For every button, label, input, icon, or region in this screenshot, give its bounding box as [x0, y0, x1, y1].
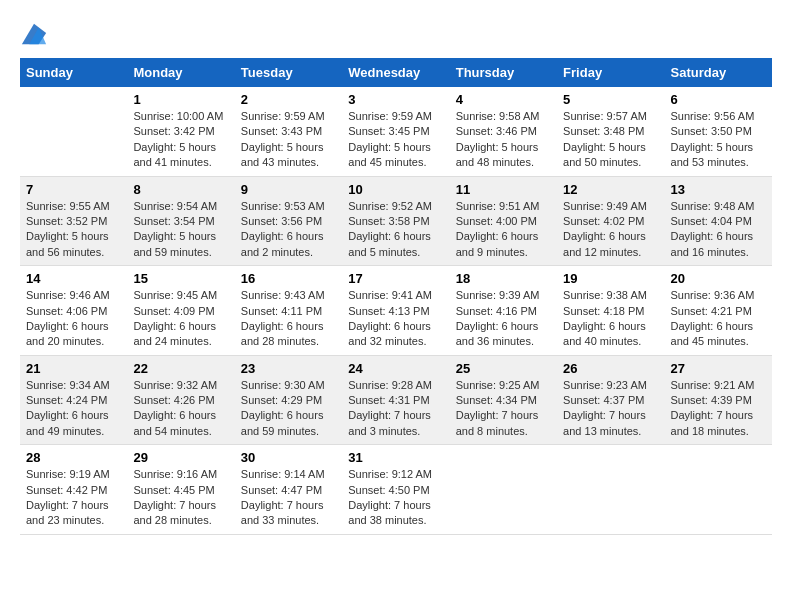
column-header-sunday: Sunday	[20, 58, 127, 87]
day-number: 20	[671, 271, 766, 286]
cell-info: Sunrise: 9:53 AMSunset: 3:56 PMDaylight:…	[241, 199, 336, 261]
calendar-cell	[20, 87, 127, 176]
calendar-cell: 25Sunrise: 9:25 AMSunset: 4:34 PMDayligh…	[450, 355, 557, 445]
cell-info: Sunrise: 9:41 AMSunset: 4:13 PMDaylight:…	[348, 288, 443, 350]
calendar-cell: 5Sunrise: 9:57 AMSunset: 3:48 PMDaylight…	[557, 87, 664, 176]
week-row: 14Sunrise: 9:46 AMSunset: 4:06 PMDayligh…	[20, 266, 772, 356]
day-number: 11	[456, 182, 551, 197]
calendar-header: SundayMondayTuesdayWednesdayThursdayFrid…	[20, 58, 772, 87]
calendar-cell: 7Sunrise: 9:55 AMSunset: 3:52 PMDaylight…	[20, 176, 127, 266]
week-row: 28Sunrise: 9:19 AMSunset: 4:42 PMDayligh…	[20, 445, 772, 535]
day-number: 21	[26, 361, 121, 376]
cell-info: Sunrise: 9:55 AMSunset: 3:52 PMDaylight:…	[26, 199, 121, 261]
cell-info: Sunrise: 9:39 AMSunset: 4:16 PMDaylight:…	[456, 288, 551, 350]
calendar-cell: 24Sunrise: 9:28 AMSunset: 4:31 PMDayligh…	[342, 355, 449, 445]
logo	[20, 20, 52, 48]
calendar-cell	[665, 445, 772, 535]
week-row: 7Sunrise: 9:55 AMSunset: 3:52 PMDaylight…	[20, 176, 772, 266]
page-header	[20, 20, 772, 48]
day-number: 25	[456, 361, 551, 376]
week-row: 21Sunrise: 9:34 AMSunset: 4:24 PMDayligh…	[20, 355, 772, 445]
calendar-cell: 19Sunrise: 9:38 AMSunset: 4:18 PMDayligh…	[557, 266, 664, 356]
day-number: 17	[348, 271, 443, 286]
cell-info: Sunrise: 10:00 AMSunset: 3:42 PMDaylight…	[133, 109, 228, 171]
day-number: 24	[348, 361, 443, 376]
calendar-cell: 29Sunrise: 9:16 AMSunset: 4:45 PMDayligh…	[127, 445, 234, 535]
day-number: 4	[456, 92, 551, 107]
day-number: 6	[671, 92, 766, 107]
column-header-friday: Friday	[557, 58, 664, 87]
day-number: 22	[133, 361, 228, 376]
day-number: 9	[241, 182, 336, 197]
calendar-cell: 12Sunrise: 9:49 AMSunset: 4:02 PMDayligh…	[557, 176, 664, 266]
day-number: 7	[26, 182, 121, 197]
calendar-cell: 18Sunrise: 9:39 AMSunset: 4:16 PMDayligh…	[450, 266, 557, 356]
calendar-body: 1Sunrise: 10:00 AMSunset: 3:42 PMDayligh…	[20, 87, 772, 534]
cell-info: Sunrise: 9:48 AMSunset: 4:04 PMDaylight:…	[671, 199, 766, 261]
day-number: 2	[241, 92, 336, 107]
calendar-cell: 15Sunrise: 9:45 AMSunset: 4:09 PMDayligh…	[127, 266, 234, 356]
calendar-cell: 14Sunrise: 9:46 AMSunset: 4:06 PMDayligh…	[20, 266, 127, 356]
logo-icon	[20, 20, 48, 48]
calendar-cell: 6Sunrise: 9:56 AMSunset: 3:50 PMDaylight…	[665, 87, 772, 176]
cell-info: Sunrise: 9:23 AMSunset: 4:37 PMDaylight:…	[563, 378, 658, 440]
calendar-cell: 1Sunrise: 10:00 AMSunset: 3:42 PMDayligh…	[127, 87, 234, 176]
day-number: 14	[26, 271, 121, 286]
day-number: 30	[241, 450, 336, 465]
calendar-cell: 4Sunrise: 9:58 AMSunset: 3:46 PMDaylight…	[450, 87, 557, 176]
calendar-cell: 30Sunrise: 9:14 AMSunset: 4:47 PMDayligh…	[235, 445, 342, 535]
calendar-cell: 16Sunrise: 9:43 AMSunset: 4:11 PMDayligh…	[235, 266, 342, 356]
cell-info: Sunrise: 9:49 AMSunset: 4:02 PMDaylight:…	[563, 199, 658, 261]
calendar-cell: 11Sunrise: 9:51 AMSunset: 4:00 PMDayligh…	[450, 176, 557, 266]
cell-info: Sunrise: 9:57 AMSunset: 3:48 PMDaylight:…	[563, 109, 658, 171]
cell-info: Sunrise: 9:46 AMSunset: 4:06 PMDaylight:…	[26, 288, 121, 350]
day-number: 31	[348, 450, 443, 465]
cell-info: Sunrise: 9:16 AMSunset: 4:45 PMDaylight:…	[133, 467, 228, 529]
day-number: 27	[671, 361, 766, 376]
cell-info: Sunrise: 9:14 AMSunset: 4:47 PMDaylight:…	[241, 467, 336, 529]
calendar-cell: 8Sunrise: 9:54 AMSunset: 3:54 PMDaylight…	[127, 176, 234, 266]
cell-info: Sunrise: 9:25 AMSunset: 4:34 PMDaylight:…	[456, 378, 551, 440]
calendar-table: SundayMondayTuesdayWednesdayThursdayFrid…	[20, 58, 772, 535]
day-number: 18	[456, 271, 551, 286]
cell-info: Sunrise: 9:38 AMSunset: 4:18 PMDaylight:…	[563, 288, 658, 350]
day-number: 28	[26, 450, 121, 465]
column-header-wednesday: Wednesday	[342, 58, 449, 87]
calendar-cell: 17Sunrise: 9:41 AMSunset: 4:13 PMDayligh…	[342, 266, 449, 356]
column-header-saturday: Saturday	[665, 58, 772, 87]
column-header-tuesday: Tuesday	[235, 58, 342, 87]
day-number: 10	[348, 182, 443, 197]
calendar-cell	[557, 445, 664, 535]
cell-info: Sunrise: 9:12 AMSunset: 4:50 PMDaylight:…	[348, 467, 443, 529]
cell-info: Sunrise: 9:45 AMSunset: 4:09 PMDaylight:…	[133, 288, 228, 350]
day-number: 5	[563, 92, 658, 107]
day-number: 19	[563, 271, 658, 286]
calendar-cell: 3Sunrise: 9:59 AMSunset: 3:45 PMDaylight…	[342, 87, 449, 176]
cell-info: Sunrise: 9:58 AMSunset: 3:46 PMDaylight:…	[456, 109, 551, 171]
cell-info: Sunrise: 9:59 AMSunset: 3:43 PMDaylight:…	[241, 109, 336, 171]
cell-info: Sunrise: 9:51 AMSunset: 4:00 PMDaylight:…	[456, 199, 551, 261]
calendar-cell: 31Sunrise: 9:12 AMSunset: 4:50 PMDayligh…	[342, 445, 449, 535]
day-number: 13	[671, 182, 766, 197]
cell-info: Sunrise: 9:34 AMSunset: 4:24 PMDaylight:…	[26, 378, 121, 440]
calendar-cell: 21Sunrise: 9:34 AMSunset: 4:24 PMDayligh…	[20, 355, 127, 445]
cell-info: Sunrise: 9:59 AMSunset: 3:45 PMDaylight:…	[348, 109, 443, 171]
cell-info: Sunrise: 9:56 AMSunset: 3:50 PMDaylight:…	[671, 109, 766, 171]
day-number: 15	[133, 271, 228, 286]
header-row: SundayMondayTuesdayWednesdayThursdayFrid…	[20, 58, 772, 87]
calendar-cell: 28Sunrise: 9:19 AMSunset: 4:42 PMDayligh…	[20, 445, 127, 535]
cell-info: Sunrise: 9:21 AMSunset: 4:39 PMDaylight:…	[671, 378, 766, 440]
week-row: 1Sunrise: 10:00 AMSunset: 3:42 PMDayligh…	[20, 87, 772, 176]
cell-info: Sunrise: 9:30 AMSunset: 4:29 PMDaylight:…	[241, 378, 336, 440]
cell-info: Sunrise: 9:52 AMSunset: 3:58 PMDaylight:…	[348, 199, 443, 261]
calendar-cell: 23Sunrise: 9:30 AMSunset: 4:29 PMDayligh…	[235, 355, 342, 445]
calendar-cell: 20Sunrise: 9:36 AMSunset: 4:21 PMDayligh…	[665, 266, 772, 356]
cell-info: Sunrise: 9:54 AMSunset: 3:54 PMDaylight:…	[133, 199, 228, 261]
calendar-cell: 27Sunrise: 9:21 AMSunset: 4:39 PMDayligh…	[665, 355, 772, 445]
day-number: 12	[563, 182, 658, 197]
column-header-thursday: Thursday	[450, 58, 557, 87]
day-number: 29	[133, 450, 228, 465]
calendar-cell: 2Sunrise: 9:59 AMSunset: 3:43 PMDaylight…	[235, 87, 342, 176]
calendar-cell: 22Sunrise: 9:32 AMSunset: 4:26 PMDayligh…	[127, 355, 234, 445]
column-header-monday: Monday	[127, 58, 234, 87]
